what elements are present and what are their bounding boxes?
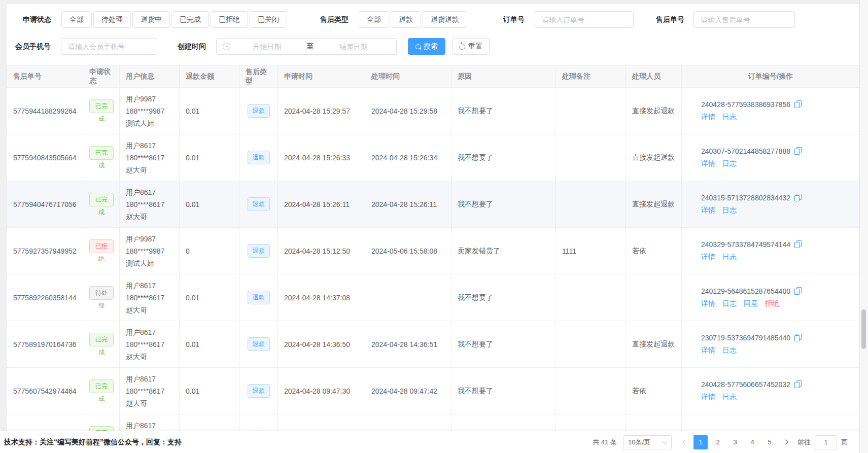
page-number-list: 12345 xyxy=(692,435,778,449)
copy-icon[interactable] xyxy=(794,194,802,201)
page-button[interactable]: 3 xyxy=(728,435,742,449)
user-info-cell: 用户9987188****9987测试大姐 xyxy=(120,228,180,274)
page-button[interactable]: 1 xyxy=(693,435,708,449)
user-info-cell: 用户8617180****8617赵大哥 xyxy=(120,181,180,228)
reason-cell: 我不想要了 xyxy=(452,368,556,414)
reason-cell xyxy=(452,414,556,432)
scrollbar-thumb[interactable] xyxy=(861,309,866,349)
page-size-select[interactable]: 10条/页 xyxy=(623,435,672,449)
main-panel: 申请状态 全部待处理退货中已完成已拒绝已关闭 售后类型 全部退款退货退款 订单号… xyxy=(7,4,860,431)
goto-page-input[interactable] xyxy=(815,435,837,449)
copy-icon[interactable] xyxy=(794,100,802,108)
prev-page-button[interactable] xyxy=(678,435,692,449)
handle-time-cell: 2024-04-28 09:47:42 xyxy=(365,368,452,414)
action-link[interactable]: 日志 xyxy=(722,253,737,261)
remark-cell xyxy=(556,321,626,368)
copy-icon[interactable] xyxy=(794,287,802,295)
reset-button[interactable]: 重置 xyxy=(452,38,490,55)
action-link[interactable]: 同意 xyxy=(744,299,758,307)
type-cell: 退款 xyxy=(239,181,278,228)
page-button[interactable]: 2 xyxy=(711,435,725,449)
status-option-button[interactable]: 退货中 xyxy=(132,11,170,28)
user-line: 用户8617 xyxy=(126,326,173,338)
action-line: 详情日志同意拒绝 xyxy=(701,299,853,308)
user-info-cell: 用户8617180****8617赵大哥 xyxy=(120,134,180,181)
type-cell: 退款 xyxy=(239,228,278,274)
action-link[interactable]: 详情 xyxy=(701,113,715,121)
apply-time-cell: 2024-04-28 15:26:11 xyxy=(278,181,365,228)
refund-amount-cell: 0.01 xyxy=(180,181,239,228)
next-page-button[interactable] xyxy=(778,435,792,449)
order-no-input[interactable] xyxy=(535,11,634,28)
action-link[interactable]: 日志 xyxy=(722,206,737,214)
action-link[interactable]: 详情 xyxy=(701,299,715,307)
goto-page: 前往 页 xyxy=(797,435,848,449)
order-number: 240329-5733784749574144 xyxy=(701,240,790,249)
refund-amount-cell: 0.01 xyxy=(180,274,239,321)
aftersale-no-label: 售后单号 xyxy=(656,15,684,24)
status-option-button[interactable]: 全部 xyxy=(61,11,92,28)
type-option-button[interactable]: 全部 xyxy=(359,11,389,28)
page-button[interactable]: 4 xyxy=(745,435,759,449)
action-link[interactable]: 日志 xyxy=(722,299,737,307)
status-badge: 已完成 xyxy=(89,146,114,160)
type-option-button[interactable]: 退款 xyxy=(391,11,421,28)
user-line: 180****8617 xyxy=(126,152,173,164)
type-badge: 退款 xyxy=(248,291,270,304)
page-button[interactable]: 5 xyxy=(762,435,777,449)
type-badge: 退款 xyxy=(248,197,270,211)
apply-time-cell xyxy=(278,414,365,432)
action-link[interactable]: 详情 xyxy=(701,206,715,214)
remark-cell xyxy=(556,274,626,321)
user-line: 180****8617 xyxy=(126,198,173,211)
aftersale-no-input[interactable] xyxy=(693,11,795,28)
user-line: 赵大哥 xyxy=(126,397,173,409)
action-link[interactable]: 日志 xyxy=(722,159,737,167)
action-line: 详情日志 xyxy=(701,113,853,122)
action-link[interactable]: 日志 xyxy=(722,113,737,121)
action-link[interactable]: 详情 xyxy=(701,159,715,167)
action-line: 详情日志 xyxy=(701,253,853,262)
apply-time-cell: 2024-04-28 15:26:33 xyxy=(278,134,365,181)
action-link[interactable]: 日志 xyxy=(722,393,737,401)
user-line: 188****9987 xyxy=(126,245,173,257)
status-option-button[interactable]: 已完成 xyxy=(171,11,209,28)
action-link[interactable]: 拒绝 xyxy=(765,299,779,307)
user-line: 赵大哥 xyxy=(126,164,173,176)
date-range-picker[interactable]: 至 xyxy=(216,38,397,55)
end-date-input[interactable] xyxy=(317,42,391,51)
aftersale-id-cell: 5775891970164736 xyxy=(7,321,83,368)
status-cell: 已完成 xyxy=(83,321,120,368)
search-button[interactable]: 搜索 xyxy=(408,38,445,55)
user-line: 赵大哥 xyxy=(126,351,173,363)
copy-icon[interactable] xyxy=(794,380,802,388)
action-link[interactable]: 详情 xyxy=(701,253,715,261)
type-option-button[interactable]: 退货退款 xyxy=(423,11,467,28)
action-link[interactable]: 详情 xyxy=(701,346,715,354)
status-cell: 已完成 xyxy=(83,181,120,228)
order-cell: 240428-5775606657452032详情日志 xyxy=(682,368,860,414)
order-cell: 240428-5775604032292864 xyxy=(682,414,860,432)
action-link[interactable]: 详情 xyxy=(701,393,715,401)
start-date-input[interactable] xyxy=(230,42,304,51)
status-option-button[interactable]: 已拒绝 xyxy=(211,11,248,28)
remark-cell xyxy=(556,88,626,134)
action-link[interactable]: 日志 xyxy=(722,346,737,354)
column-header: 处理人员 xyxy=(626,65,682,88)
status-badge: 已完成 xyxy=(89,426,114,431)
status-option-button[interactable]: 已关闭 xyxy=(250,11,287,28)
copy-icon[interactable] xyxy=(794,240,802,248)
apply-time-cell: 2024-04-28 09:47:30 xyxy=(278,368,365,414)
column-header: 申请状态 xyxy=(83,65,120,88)
phone-input[interactable] xyxy=(61,38,157,55)
type-cell: 退款 xyxy=(239,368,278,414)
column-header: 售后单号 xyxy=(7,65,83,88)
refund-amount-cell xyxy=(180,414,239,432)
status-option-button[interactable]: 待处理 xyxy=(93,11,131,28)
column-header: 订单编号/操作 xyxy=(682,65,860,88)
reason-cell: 我不想要了 xyxy=(452,88,556,134)
copy-icon[interactable] xyxy=(794,334,802,341)
column-header: 用户信息 xyxy=(120,65,180,88)
refund-amount-cell: 0.01 xyxy=(180,368,239,414)
copy-icon[interactable] xyxy=(794,147,802,155)
